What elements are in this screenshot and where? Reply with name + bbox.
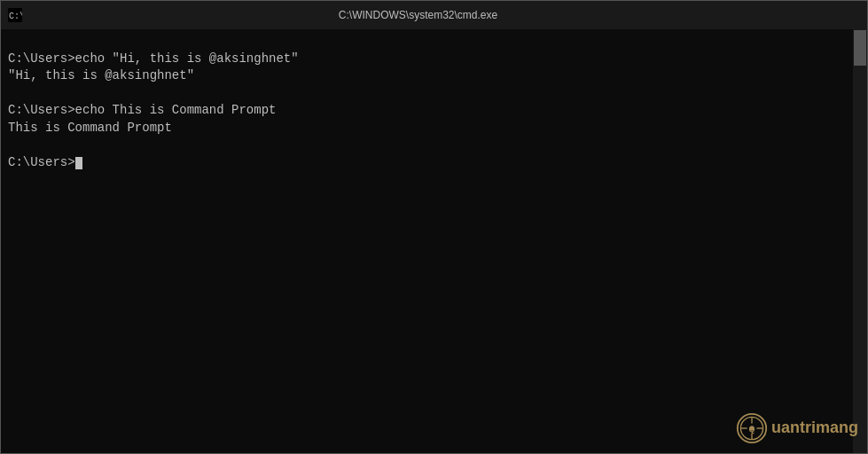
titlebar: C:\ C:\WINDOWS\system32\cmd.exe — □ ✕ <box>1 1 867 29</box>
terminal-line <box>8 85 860 103</box>
svg-text:Q: Q <box>748 425 755 434</box>
cmd-icon: C:\ <box>8 8 22 22</box>
scrollbar-thumb[interactable] <box>854 30 866 66</box>
window-title: C:\WINDOWS\system32\cmd.exe <box>29 9 807 21</box>
terminal-line: "Hi, this is @aksinghnet" <box>8 67 860 85</box>
terminal-line: C:\Users>echo "Hi, this is @aksinghnet" <box>8 51 860 68</box>
svg-text:C:\: C:\ <box>9 12 22 21</box>
scrollbar[interactable] <box>853 29 867 453</box>
cursor <box>75 157 82 169</box>
terminal-line <box>8 33 860 51</box>
watermark-logo-icon: Q <box>736 412 768 444</box>
terminal-line: C:\Users>echo This is Command Prompt <box>8 102 860 120</box>
terminal-line: This is Command Prompt <box>8 120 860 137</box>
terminal-body[interactable]: C:\Users>echo "Hi, this is @aksinghnet" … <box>1 29 867 453</box>
watermark: Q uantrimang <box>736 412 858 444</box>
cmd-window: C:\ C:\WINDOWS\system32\cmd.exe — □ ✕ C:… <box>0 0 868 454</box>
watermark-text: uantrimang <box>771 417 858 439</box>
terminal-prompt: C:\Users> <box>8 154 860 172</box>
terminal-line <box>8 137 860 155</box>
